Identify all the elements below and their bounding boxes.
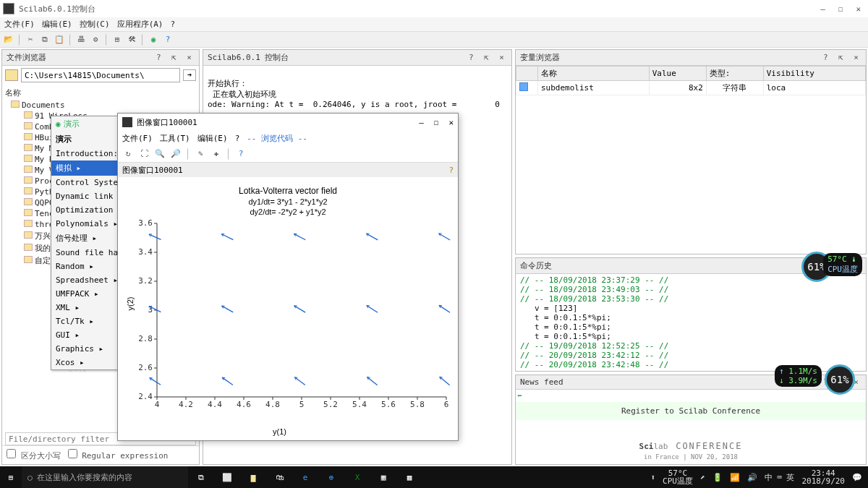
undo-icon[interactable]: 🖶 — [75, 34, 87, 46]
figure-tab[interactable]: 图像窗口100001 — [122, 165, 183, 176]
svg-text:5.6: 5.6 — [381, 400, 396, 409]
svg-line-77 — [439, 305, 450, 312]
window-titlebar: Scilab6.0.1控制台 — ☐ ✕ — [0, 0, 868, 17]
plot-area[interactable]: Lotka-Volterra vector field dy1/dt= 3*y1… — [121, 180, 455, 437]
menu-tools[interactable]: 工具(T) — [160, 133, 190, 144]
ime-indicator[interactable]: 中 ⌨ 英 — [765, 472, 795, 483]
demo-icon[interactable]: ◉ — [148, 34, 159, 46]
zoom-in-icon[interactable]: 🔍 — [154, 148, 166, 160]
menu-help[interactable]: ? — [171, 20, 176, 29]
tray-icon[interactable]: 🔋 — [712, 473, 723, 482]
svg-text:4.6: 4.6 — [237, 400, 251, 409]
panel-controls[interactable]: ? ⇱ × — [156, 53, 195, 62]
cortana-icon: ◯ — [27, 473, 33, 482]
svg-text:4: 4 — [155, 400, 160, 409]
svg-line-68 — [367, 306, 378, 313]
tools-icon[interactable]: 🛠 — [126, 34, 137, 46]
svg-line-71 — [367, 234, 378, 240]
browse-code-link[interactable]: -- 浏览代码 -- — [247, 133, 307, 144]
table-row[interactable]: subdemolist 8x2 字符串 loca — [516, 81, 866, 95]
panel-controls[interactable]: ? ⇱ × — [469, 53, 507, 62]
menu-file[interactable]: 文件(F) — [4, 19, 35, 30]
svg-text:3.4: 3.4 — [138, 247, 153, 257]
maximize-button[interactable]: ☐ — [434, 118, 439, 127]
window-title: Scilab6.0.1控制台 — [19, 4, 95, 14]
zoom-box-icon[interactable]: ⛶ — [138, 148, 150, 160]
close-button[interactable]: ✕ — [448, 118, 454, 127]
svg-text:2.6: 2.6 — [138, 363, 153, 372]
svg-line-67 — [367, 377, 370, 378]
svg-text:2.8: 2.8 — [138, 334, 153, 343]
apps-icon[interactable]: ⊞ — [111, 34, 123, 46]
svg-line-50 — [222, 306, 234, 312]
edge-icon[interactable]: e — [292, 466, 318, 488]
minimize-button[interactable]: — — [419, 118, 424, 127]
menu-file[interactable]: 文件(F) — [122, 133, 153, 144]
scilab-icon[interactable]: ▩ — [396, 466, 422, 488]
maximize-button[interactable]: ☐ — [838, 4, 843, 14]
windows-taskbar[interactable]: ⊞ ◯ 在这里输入你要搜索的内容 ⧉ ⬜ ▆ 🛍 e ⊕ X ▦ ▩ ⬆ 57°… — [0, 466, 868, 488]
wifi-icon[interactable]: 📶 — [730, 473, 740, 482]
settings-icon[interactable]: ⚙ — [90, 34, 101, 46]
svg-line-47 — [222, 377, 233, 385]
rotate-icon[interactable]: ↻ — [122, 148, 134, 160]
excel-icon[interactable]: X — [344, 466, 370, 488]
menu-control[interactable]: 控制(C) — [80, 19, 110, 30]
system-tray[interactable]: ⬆ 57°CCPU温度 ⬈ 🔋 📶 🔊 中 ⌨ 英 23:442018/9/20… — [650, 469, 868, 485]
svg-line-59 — [294, 306, 305, 312]
datatip-icon[interactable]: ✚ — [210, 148, 222, 160]
main-menubar: 文件(F) 编辑(E) 控制(C) 应用程序(A) ? — [0, 17, 868, 32]
minimize-button[interactable]: — — [820, 4, 825, 14]
app-icon — [122, 117, 132, 127]
folder-icon[interactable] — [5, 69, 18, 81]
figure-window[interactable]: 图像窗口100001 — ☐ ✕ 文件(F) 工具(T) 编辑(E) ? -- … — [117, 113, 459, 441]
store-icon[interactable]: 🛍 — [266, 466, 292, 488]
file-browser-header: 文件浏览器 ? ⇱ × — [2, 50, 199, 66]
paste-icon[interactable]: 📋 — [54, 34, 65, 46]
menu-apps[interactable]: 应用程序(A) — [117, 19, 163, 30]
svg-line-58 — [294, 377, 297, 378]
start-button[interactable]: ⊞ — [0, 466, 22, 488]
figure-toolbar: ↻ ⛶ 🔍 🔎 ✎ ✚ ? — [118, 145, 458, 163]
path-input[interactable] — [21, 68, 180, 82]
svg-text:5.8: 5.8 — [410, 400, 425, 409]
svg-text:5.2: 5.2 — [323, 400, 338, 409]
net-gauge: 61% — [825, 364, 855, 395]
panel-controls[interactable]: ? ⇱ × — [823, 53, 861, 62]
tab-help-icon[interactable]: ? — [448, 166, 454, 175]
menu-edit[interactable]: 编辑(E) — [42, 19, 72, 30]
volume-icon[interactable]: 🔊 — [747, 473, 757, 482]
menu-help[interactable]: ? — [235, 134, 240, 143]
open-icon[interactable]: 📂 — [3, 34, 14, 46]
console-header: Scilab6.0.1 控制台 ? ⇱ × — [203, 50, 511, 66]
path-go-button[interactable]: ➔ — [183, 69, 196, 81]
svg-line-44 — [149, 234, 161, 239]
copy-icon[interactable]: ⧉ — [39, 34, 51, 46]
app-icon[interactable]: ⊕ — [318, 466, 344, 488]
taskview-icon[interactable]: ⧉ — [188, 466, 214, 488]
cut-icon[interactable]: ✂ — [25, 34, 36, 46]
close-button[interactable]: ✕ — [856, 4, 861, 14]
help-icon[interactable]: ? — [162, 34, 174, 46]
menu-edit[interactable]: 编辑(E) — [197, 133, 228, 144]
tray-icon[interactable]: ⬆ — [650, 473, 655, 482]
history-list[interactable]: // -- 18/09/2018 23:37:29 -- // // -- 18… — [516, 274, 866, 371]
cpu-temp-widget: 57°C 🌡CPU温度 — [823, 253, 862, 276]
app-icon[interactable]: ▦ — [370, 466, 396, 488]
news-link[interactable]: Register to Scilab Conference — [516, 402, 866, 420]
folder-icon[interactable]: ▆ — [240, 466, 266, 488]
notifications-icon[interactable]: 💬 — [852, 473, 862, 482]
figure-title: 图像窗口100001 — [137, 117, 197, 128]
svg-line-80 — [439, 234, 451, 240]
figure-tabbar: 图像窗口100001 ? — [118, 163, 458, 177]
edit-icon[interactable]: ✎ — [195, 148, 206, 160]
app-icon[interactable]: ⬜ — [214, 466, 240, 488]
tray-icon[interactable]: ⬈ — [700, 473, 705, 482]
variable-table[interactable]: 名称 Value 类型: Visibility subdemolist 8x2 … — [516, 66, 866, 95]
regex-checkbox[interactable] — [68, 449, 77, 458]
case-checkbox[interactable] — [7, 449, 16, 458]
help-icon[interactable]: ? — [235, 148, 247, 160]
taskbar-search[interactable]: ◯ 在这里输入你要搜索的内容 — [22, 466, 188, 488]
figure-menubar: 文件(F) 工具(T) 编辑(E) ? -- 浏览代码 -- — [118, 131, 458, 145]
zoom-out-icon[interactable]: 🔎 — [170, 148, 182, 160]
